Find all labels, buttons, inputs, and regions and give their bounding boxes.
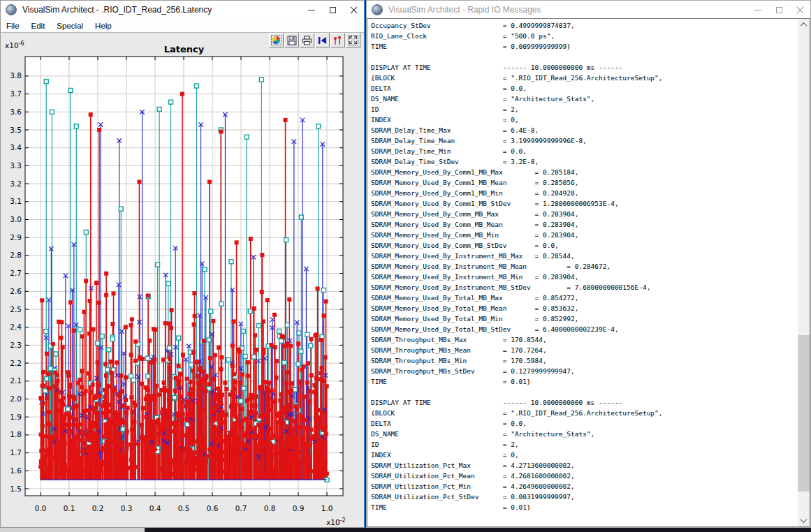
fill-plot-button[interactable]	[346, 33, 360, 47]
svg-text:2.8: 2.8	[10, 251, 22, 259]
minimize-button[interactable]	[301, 1, 322, 19]
scroll-down-button[interactable]	[798, 515, 810, 526]
maximize-button[interactable]	[768, 1, 789, 19]
visualsim-app-icon	[372, 4, 383, 15]
minimize-icon	[754, 10, 761, 10]
svg-text:3.4: 3.4	[10, 143, 22, 152]
reset-axes-icon	[317, 36, 328, 45]
svg-text:1.7: 1.7	[10, 448, 22, 457]
chevron-down-icon	[801, 516, 808, 523]
close-button[interactable]	[343, 1, 364, 19]
svg-text:0.4: 0.4	[149, 504, 161, 512]
svg-text:0.6: 0.6	[207, 504, 219, 512]
svg-text:0.5: 0.5	[178, 504, 190, 512]
close-button[interactable]	[789, 1, 810, 19]
svg-text:3.1: 3.1	[10, 197, 22, 205]
minimize-icon	[308, 10, 315, 10]
minimize-button[interactable]	[747, 1, 768, 19]
chart-panel: Latency1.51.61.71.81.92.02.12.22.32.42.5…	[1, 33, 364, 527]
svg-text:1.0: 1.0	[321, 504, 333, 512]
menubar: File Edit Special Help	[1, 19, 364, 33]
svg-text:2.5: 2.5	[10, 305, 22, 313]
close-icon	[350, 6, 358, 14]
scrollbar-thumb[interactable]	[798, 335, 810, 492]
svg-text:3.2: 3.2	[10, 179, 22, 188]
svg-text:1.6: 1.6	[10, 466, 22, 475]
menu-edit[interactable]: Edit	[30, 21, 47, 31]
maximize-icon	[776, 7, 782, 13]
svg-text:3.0: 3.0	[10, 215, 22, 223]
visualsim-app-icon	[6, 4, 17, 15]
svg-text:0.9: 0.9	[293, 504, 305, 512]
svg-text:2.0: 2.0	[10, 394, 22, 403]
svg-text:0.1: 0.1	[64, 504, 75, 512]
svg-text:2.1: 2.1	[10, 376, 22, 385]
svg-text:2.9: 2.9	[10, 233, 22, 242]
latency-chart[interactable]: Latency1.51.61.71.81.92.02.12.22.32.42.5…	[1, 33, 365, 528]
console-output: Occupancy_StDev = 0.4999999874037, RIO_L…	[367, 19, 810, 512]
palette-button[interactable]	[269, 33, 284, 47]
taskbar-strip	[0, 528, 145, 532]
svg-text:3.3: 3.3	[10, 161, 22, 170]
svg-text:2.3: 2.3	[10, 341, 22, 349]
svg-text:0.3: 0.3	[121, 504, 133, 512]
latency-plot-window: VisualSim Architect - .RIO_IDT_Read_256.…	[0, 0, 365, 528]
plot-toolbar	[268, 33, 360, 47]
print-button[interactable]	[300, 33, 314, 47]
maximize-icon	[330, 7, 336, 13]
svg-text:2.4: 2.4	[10, 323, 22, 331]
svg-text:1.8: 1.8	[10, 430, 22, 438]
print-icon	[302, 36, 312, 45]
vertical-scrollbar[interactable]	[798, 19, 810, 526]
rapid-io-messages-window: VisualSim Architect - Rapid IO Messages …	[366, 0, 811, 528]
svg-text:2.6: 2.6	[10, 287, 22, 295]
svg-text:3.5: 3.5	[10, 126, 22, 134]
chevron-up-icon	[801, 22, 808, 29]
svg-text:0.7: 0.7	[235, 504, 247, 512]
svg-text:1.5: 1.5	[10, 485, 22, 493]
console-output-area[interactable]: Occupancy_StDev = 0.4999999874037, RIO_L…	[367, 18, 810, 527]
svg-text:0.8: 0.8	[264, 504, 276, 512]
palette-icon	[271, 35, 282, 45]
svg-text:0.2: 0.2	[92, 504, 104, 512]
save-button[interactable]	[284, 33, 299, 47]
svg-text:3.8: 3.8	[10, 71, 22, 80]
svg-text:Latency: Latency	[164, 44, 205, 54]
close-icon	[796, 6, 804, 14]
svg-text:0.0: 0.0	[35, 504, 47, 512]
maximize-button[interactable]	[322, 1, 343, 19]
reset-axes-button[interactable]	[315, 33, 330, 47]
svg-text:x10-2: x10-2	[326, 517, 346, 526]
stem-plot-icon	[333, 36, 343, 45]
svg-text:2.2: 2.2	[10, 359, 22, 367]
menu-file[interactable]: File	[5, 21, 21, 31]
svg-text:3.7: 3.7	[10, 89, 22, 98]
right-titlebar[interactable]: VisualSim Architect - Rapid IO Messages	[367, 1, 810, 19]
fill-plot-icon	[348, 35, 358, 45]
left-window-title: VisualSim Architect - .RIO_IDT_Read_256.…	[22, 5, 212, 15]
right-window-title: VisualSim Architect - Rapid IO Messages	[388, 5, 541, 15]
menu-special[interactable]: Special	[55, 21, 85, 31]
save-icon	[287, 36, 297, 45]
svg-text:3.6: 3.6	[10, 108, 22, 116]
left-titlebar[interactable]: VisualSim Architect - .RIO_IDT_Read_256.…	[1, 1, 364, 19]
svg-text:1.9: 1.9	[10, 413, 22, 421]
svg-text:x10-6: x10-6	[5, 40, 24, 50]
stem-plot-button[interactable]	[330, 33, 345, 47]
scroll-up-button[interactable]	[798, 19, 810, 31]
menu-help[interactable]: Help	[94, 21, 113, 31]
svg-text:2.7: 2.7	[10, 269, 22, 277]
